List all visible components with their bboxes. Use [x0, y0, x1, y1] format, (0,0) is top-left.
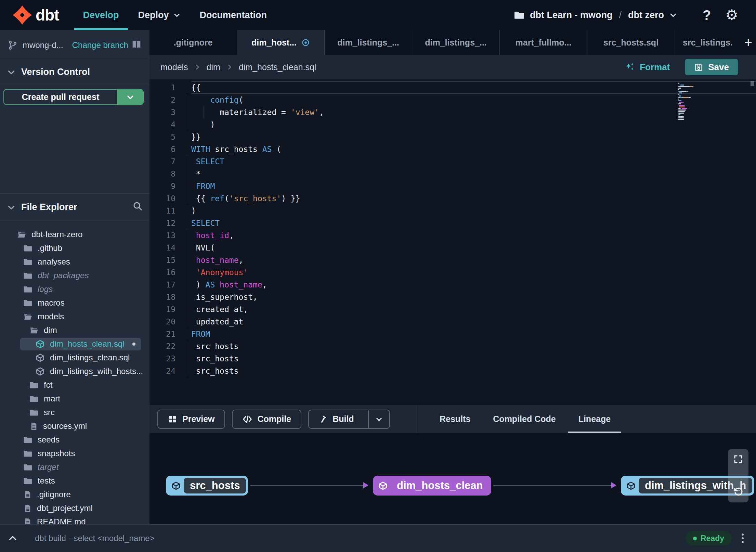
code-line-23[interactable]: 23 src_hosts	[149, 352, 756, 365]
code-line-22[interactable]: 22 src_hosts	[149, 340, 756, 352]
tree-item-snapshots[interactable]: snapshots	[0, 447, 149, 460]
minimap-segment	[678, 117, 684, 118]
tree-item-label: analyses	[38, 257, 70, 267]
code-line-8[interactable]: 8 *	[149, 168, 756, 180]
build-dropdown[interactable]	[368, 410, 389, 428]
code-line-3[interactable]: 3 materialized = 'view',	[149, 106, 756, 118]
code-line-13[interactable]: 13 host_id,	[149, 229, 756, 242]
tab-dim-host[interactable]: dim_host...	[237, 30, 325, 55]
help-icon[interactable]: ?	[703, 8, 711, 23]
code-line-2[interactable]: 2 config(	[149, 94, 756, 106]
tab-src-listings[interactable]: src_listings.	[675, 30, 741, 55]
breadcrumb-item-dim[interactable]: dim	[207, 62, 220, 72]
tree-item-mart[interactable]: mart	[0, 392, 149, 406]
tab-gitignore[interactable]: .gitignore	[149, 30, 237, 55]
code-line-5[interactable]: 5}}	[149, 131, 756, 143]
tree-item-tests[interactable]: tests	[0, 474, 149, 488]
tree-item-target[interactable]: target	[0, 460, 149, 474]
breadcrumb-item-models[interactable]: models	[160, 62, 188, 72]
dbt-logo[interactable]: dbt	[12, 5, 59, 25]
code-token: host_name	[196, 256, 239, 265]
lineage-node-src-hosts[interactable]: src_hosts	[166, 476, 248, 496]
tree-item-macros[interactable]: macros	[0, 296, 149, 310]
code-editor[interactable]: 1{{2 config(3 materialized = 'view',4 )5…	[149, 79, 756, 405]
code-line-6[interactable]: 6WITH src_hosts AS (	[149, 143, 756, 155]
file-tree: dbt-learn-zero.githubanalysesdbt_package…	[0, 228, 149, 524]
file-explorer-header[interactable]: File Explorer	[0, 193, 149, 221]
breadcrumb-item-dim-hosts-clean-sql[interactable]: dim_hosts_clean.sql	[239, 62, 316, 72]
nav-item-develop[interactable]: Develop	[83, 0, 119, 30]
tree-item-dim-listings-with-hosts[interactable]: dim_listings_with_hosts...	[0, 364, 149, 378]
code-line-20[interactable]: 20 updated_at	[149, 316, 756, 328]
indent-guide	[187, 242, 187, 254]
tree-item-seeds[interactable]: seeds	[0, 433, 149, 447]
indent-guide	[187, 118, 187, 131]
code-line-17[interactable]: 17 ) AS host_name,	[149, 279, 756, 291]
code-line-14[interactable]: 14 NVL(	[149, 242, 756, 254]
panel-tab-compiled-code[interactable]: Compiled Code	[493, 405, 556, 433]
tree-item-dbt-packages[interactable]: dbt_packages	[0, 269, 149, 282]
code-line-19[interactable]: 19 created_at,	[149, 303, 756, 316]
code-line-4[interactable]: 4 )	[149, 118, 756, 131]
line-number: 10	[149, 192, 175, 205]
tree-item-gitignore[interactable]: .gitignore	[0, 488, 149, 501]
chevron-up-icon[interactable]	[8, 533, 18, 543]
lineage-node-dim-hosts-clean[interactable]: dim_hosts_clean	[373, 476, 491, 496]
code-line-21[interactable]: 21FROM	[149, 328, 756, 340]
change-branch-link[interactable]: Change branch	[72, 40, 128, 50]
panel-tab-results[interactable]: Results	[440, 405, 470, 433]
save-button[interactable]: Save	[685, 59, 738, 75]
minimap-segment	[693, 86, 693, 87]
panel-tab-lineage[interactable]: Lineage	[578, 405, 611, 433]
create-pull-request-label[interactable]: Create pull request	[4, 90, 117, 104]
refresh-icon[interactable]	[733, 486, 744, 497]
preview-button[interactable]: Preview	[157, 410, 225, 429]
tree-item-readme-md[interactable]: README.md	[0, 515, 149, 524]
tree-item-models[interactable]: models	[0, 310, 149, 323]
fullscreen-icon[interactable]	[733, 454, 743, 464]
code-line-1[interactable]: 1{{	[149, 81, 756, 94]
nav-item-documentation[interactable]: Documentation	[200, 0, 267, 30]
code-line-24[interactable]: 24 src_hosts	[149, 365, 756, 377]
code-line-15[interactable]: 15 host_name,	[149, 254, 756, 266]
code-line-11[interactable]: 11)	[149, 205, 756, 217]
code-line-10[interactable]: 10 {{ ref('src_hosts') }}	[149, 192, 756, 205]
tab-dim-listings[interactable]: dim_listings_...	[325, 30, 412, 55]
tree-item-logs[interactable]: logs	[0, 282, 149, 296]
tab-src-hosts-sql[interactable]: src_hosts.sql	[587, 30, 675, 55]
tab-dim-listings[interactable]: dim_listings_...	[412, 30, 500, 55]
tree-item-fct[interactable]: fct	[0, 378, 149, 392]
version-control-header[interactable]: Version Control	[0, 60, 149, 84]
compile-button[interactable]: Compile	[232, 410, 302, 429]
tree-item-github[interactable]: .github	[0, 241, 149, 255]
tree-item-dbt-learn-zero[interactable]: dbt-learn-zero	[0, 228, 149, 241]
tree-item-dim-hosts-clean-sql[interactable]: dim_hosts_clean.sql	[0, 337, 149, 351]
minimap[interactable]	[678, 83, 700, 120]
dbt-logo-icon	[12, 5, 32, 25]
gear-icon[interactable]: ⚙	[725, 8, 738, 22]
nav-item-deploy[interactable]: Deploy	[138, 0, 181, 30]
code-line-18[interactable]: 18 is_superhost,	[149, 291, 756, 303]
new-tab-button[interactable]: +	[741, 30, 756, 55]
code-line-16[interactable]: 16 'Anonymous'	[149, 266, 756, 279]
tree-item-sources-yml[interactable]: sources.yml	[0, 419, 149, 433]
tree-item-dim-listings-clean-sql[interactable]: dim_listings_clean.sql	[0, 351, 149, 364]
create-pull-request-dropdown[interactable]	[117, 90, 143, 104]
format-button[interactable]: Format	[625, 62, 670, 73]
code-line-12[interactable]: 12SELECT	[149, 217, 756, 229]
tree-item-src[interactable]: src	[0, 406, 149, 419]
tree-item-dbt-project-yml[interactable]: dbt_project.yml	[0, 501, 149, 515]
minimap-row	[678, 86, 700, 87]
more-menu-icon[interactable]	[742, 534, 744, 543]
docs-book-icon[interactable]	[131, 39, 142, 51]
scrollbar-thumb[interactable]	[751, 81, 754, 86]
tab-mart-fullmo[interactable]: mart_fullmo...	[500, 30, 587, 55]
code-line-7[interactable]: 7 SELECT	[149, 155, 756, 168]
tree-item-analyses[interactable]: analyses	[0, 255, 149, 269]
tree-item-dim[interactable]: dim	[0, 323, 149, 337]
build-main[interactable]: Build	[309, 410, 363, 428]
code-line-9[interactable]: 9 FROM	[149, 180, 756, 192]
search-icon[interactable]	[132, 201, 143, 214]
lineage-controls	[728, 449, 748, 502]
project-switcher[interactable]: dbt Learn - mwong / dbt zero	[514, 10, 677, 21]
